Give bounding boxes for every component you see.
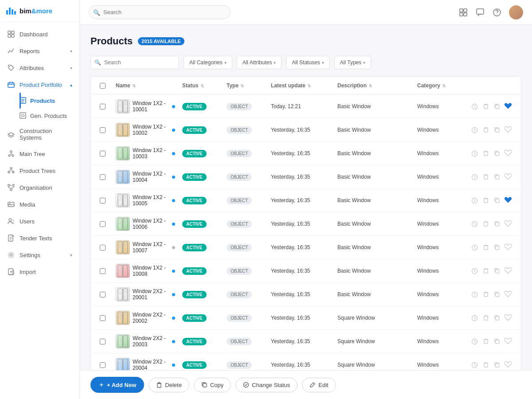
delete-row-icon[interactable] [481,360,490,370]
sidebar-item-reports[interactable]: Reports ▾ [0,43,79,59]
delete-row-icon[interactable] [481,102,490,111]
row-select-checkbox[interactable] [100,268,106,274]
delete-button[interactable]: Delete [149,378,189,392]
copy-row-icon[interactable] [493,289,501,299]
select-all-checkbox[interactable] [100,83,106,89]
copy-row-icon[interactable] [493,266,501,276]
row-select-checkbox[interactable] [100,104,106,110]
add-new-button[interactable]: ＋ + Add New [90,377,144,393]
delete-row-icon[interactable] [481,196,490,205]
delete-row-icon[interactable] [481,149,490,158]
row-select-checkbox[interactable] [100,174,106,180]
table-row[interactable]: Window 2X2 - 20002 ACTIVE OBJECT Yesterd… [91,306,521,330]
history-icon[interactable] [470,266,479,276]
delete-row-icon[interactable] [481,266,490,276]
row-select-checkbox[interactable] [100,245,106,250]
history-icon[interactable] [470,360,479,370]
topbar-search-input[interactable] [89,5,231,19]
row-select-checkbox[interactable] [100,362,106,368]
sidebar-item-product-portfolio[interactable]: Product Portfolio ▴ [0,76,79,93]
copy-row-icon[interactable] [493,219,501,229]
history-icon[interactable] [470,125,479,135]
copy-row-icon[interactable] [493,149,501,158]
row-select-checkbox[interactable] [100,221,106,227]
favorite-icon[interactable] [504,125,512,135]
favorite-icon[interactable] [504,336,512,346]
table-row[interactable]: Window 2X2 - 20004 ACTIVE OBJECT Yesterd… [91,353,521,370]
table-row[interactable]: Window 1X2 - 10005 ACTIVE OBJECT Yesterd… [91,189,521,212]
sidebar-item-settings[interactable]: Settings ▾ [0,246,79,263]
statuses-filter[interactable]: All Statuses ▾ [286,56,329,69]
help-icon[interactable] [492,8,502,17]
copy-row-icon[interactable] [493,196,501,205]
sidebar-item-main-tree[interactable]: Main Tree [0,145,79,162]
copy-row-icon[interactable] [493,360,501,370]
delete-row-icon[interactable] [481,125,490,135]
sidebar-item-products[interactable]: Products [20,93,79,108]
delete-row-icon[interactable] [481,289,490,299]
filter-search-input[interactable] [90,56,179,69]
history-icon[interactable] [470,289,479,299]
delete-row-icon[interactable] [481,219,490,229]
table-row[interactable]: Window 1X2 - 10007 ACTIVE OBJECT Yesterd… [91,236,521,259]
sidebar-item-attributes[interactable]: Attributes ▾ [0,59,79,76]
history-icon[interactable] [470,336,479,346]
row-select-checkbox[interactable] [100,339,106,344]
attributes-filter[interactable]: All Attributes ▾ [237,56,282,69]
user-avatar[interactable] [509,5,523,20]
table-row[interactable]: Window 2X2 - 20003 ACTIVE OBJECT Yesterd… [91,330,521,353]
favorite-icon[interactable] [504,243,512,252]
table-row[interactable]: Window 1X2 - 10006 ACTIVE OBJECT Yesterd… [91,212,521,236]
table-row[interactable]: Window 2X2 - 20001 ACTIVE OBJECT Yesterd… [91,283,521,306]
sidebar-item-product-trees[interactable]: Product Trees [0,162,79,179]
sidebar-item-gen-products[interactable]: Gen. Products [20,108,79,123]
favorite-icon[interactable] [504,289,512,299]
row-select-checkbox[interactable] [100,292,106,297]
history-icon[interactable] [470,149,479,158]
row-select-checkbox[interactable] [100,127,106,133]
delete-row-icon[interactable] [481,243,490,252]
copy-row-icon[interactable] [493,172,501,182]
sidebar-item-construction-systems[interactable]: Construction Systems [0,123,79,145]
favorite-icon[interactable] [504,172,512,182]
copy-row-icon[interactable] [493,125,501,135]
history-icon[interactable] [470,219,479,229]
delete-row-icon[interactable] [481,336,490,346]
delete-row-icon[interactable] [481,313,490,323]
favorite-icon[interactable] [504,149,512,158]
change-status-button[interactable]: Change Status [235,378,297,392]
sidebar-item-users[interactable]: Users [0,213,79,230]
table-row[interactable]: Window 1X2 - 10001 ACTIVE OBJECT Today, … [91,95,521,118]
favorite-icon[interactable] [504,360,512,370]
table-row[interactable]: Window 1X2 - 10003 ACTIVE OBJECT Yesterd… [91,142,521,165]
name-header[interactable]: Name ⇅ [112,77,179,94]
sidebar-item-import[interactable]: Import [0,263,79,280]
sidebar-item-dashboard[interactable]: Dashboard [0,26,79,43]
sidebar-item-organisation[interactable]: Organisation [0,179,79,196]
history-icon[interactable] [470,102,479,111]
history-icon[interactable] [470,313,479,323]
types-filter[interactable]: All Types ▾ [334,56,371,69]
favorite-icon[interactable] [504,313,512,323]
row-select-checkbox[interactable] [100,315,106,321]
edit-button[interactable]: Edit [302,378,336,392]
favorite-icon[interactable] [504,196,512,205]
table-row[interactable]: Window 1X2 - 10002 ACTIVE OBJECT Yesterd… [91,118,521,142]
copy-button[interactable]: Copy [194,378,231,392]
favorite-icon[interactable] [504,219,512,229]
sidebar-item-media[interactable]: Media [0,196,79,213]
delete-row-icon[interactable] [481,172,490,182]
copy-row-icon[interactable] [493,336,501,346]
table-row[interactable]: Window 1X2 - 10008 ACTIVE OBJECT Yesterd… [91,259,521,283]
favorite-icon[interactable] [504,266,512,276]
history-icon[interactable] [470,172,479,182]
history-icon[interactable] [470,243,479,252]
type-header[interactable]: Type ⇅ [223,77,267,94]
favorite-icon[interactable] [504,102,512,111]
description-header[interactable]: Description ⇅ [334,77,414,94]
copy-row-icon[interactable] [493,102,501,111]
row-select-checkbox[interactable] [100,198,106,203]
sidebar-item-tender-texts[interactable]: Tender Texts [0,230,79,246]
categories-filter[interactable]: All Categories ▾ [184,56,232,69]
history-icon[interactable] [470,196,479,205]
